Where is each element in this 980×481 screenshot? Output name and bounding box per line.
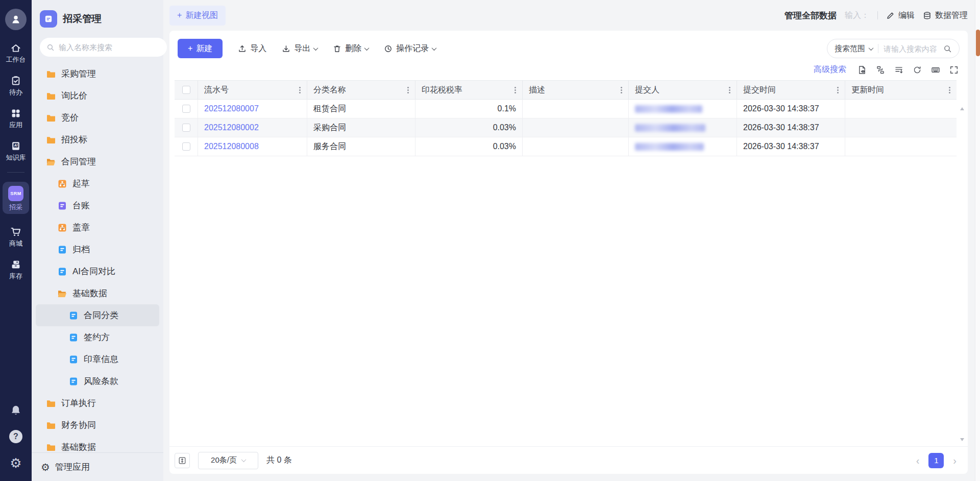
tree-item-seal-info[interactable]: 印章信息 xyxy=(36,348,159,370)
table-search-input[interactable] xyxy=(884,44,938,53)
operation-log-button[interactable]: 操作记录 xyxy=(384,43,436,54)
new-view-button[interactable]: + 新建视图 xyxy=(169,6,226,26)
sidebar-search-input-wrap xyxy=(40,38,167,57)
bell-icon[interactable] xyxy=(10,404,22,417)
rail-item-mall[interactable]: 商城 xyxy=(9,226,22,247)
sidebar-search-input[interactable] xyxy=(59,43,160,52)
window-scrollbar[interactable] xyxy=(975,0,980,481)
folder-icon xyxy=(46,69,56,79)
edit-button[interactable]: 编辑 xyxy=(886,10,915,21)
tree-item-ai-compare[interactable]: AI合同对比 xyxy=(36,260,159,282)
column-menu-icon[interactable] xyxy=(837,89,839,91)
delete-button[interactable]: 删除 xyxy=(333,43,369,54)
rail-item-inventory[interactable]: 库存 xyxy=(9,259,22,279)
tree-item-ledger[interactable]: 台账 xyxy=(36,195,159,217)
keyboard-icon[interactable] xyxy=(931,65,940,75)
table-row[interactable]: 202512080002 采购合同 0.03% 2026-03-30 14:38… xyxy=(175,118,957,137)
rail-item-knowledge[interactable]: AI 知识库 xyxy=(6,140,26,161)
serial-link[interactable]: 202512080002 xyxy=(204,123,259,132)
import-button[interactable]: 导入 xyxy=(238,43,266,54)
fullscreen-icon[interactable] xyxy=(949,65,959,75)
tree-item-bidding[interactable]: 竞价 xyxy=(36,107,159,129)
column-menu-icon[interactable] xyxy=(407,89,409,91)
delete-label: 删除 xyxy=(345,43,361,54)
row-checkbox[interactable] xyxy=(182,142,190,151)
toolbar: + 新建 导入 导出 xyxy=(169,31,968,62)
divider xyxy=(878,44,878,53)
srm-app-icon: SRM xyxy=(8,186,23,201)
tree-item-signatory[interactable]: 签约方 xyxy=(36,326,159,348)
refresh-icon[interactable] xyxy=(913,65,922,75)
row-height-icon[interactable] xyxy=(894,65,903,75)
tree-item-tender[interactable]: 招投标 xyxy=(36,129,159,151)
tree-item-contract-category-selected[interactable]: 合同分类 xyxy=(36,304,159,326)
export-button[interactable]: 导出 xyxy=(282,43,317,54)
tree-item-basic-data-sub[interactable]: 基础数据 xyxy=(36,282,159,304)
search-scope-dropdown[interactable]: 搜索范围 xyxy=(835,44,873,54)
next-page-icon[interactable]: › xyxy=(951,455,959,466)
tree-item-rfq[interactable]: 询比价 xyxy=(36,85,159,107)
clock-icon xyxy=(384,44,393,53)
doc-preview-icon[interactable] xyxy=(857,65,867,75)
row-checkbox[interactable] xyxy=(182,124,190,132)
submit-time-cell: 2026-03-30 14:38:37 xyxy=(743,104,819,113)
user-avatar[interactable] xyxy=(5,9,27,30)
app-rail: 工作台 待办 应用 AI 知识库 SRM 招采 商城 库存 xyxy=(0,0,32,481)
tree-item-label: 财务协同 xyxy=(61,419,96,431)
table-row[interactable]: 202512080008 服务合同 0.03% 2026-03-30 14:38… xyxy=(175,137,957,156)
table-scrollbar[interactable] xyxy=(960,107,965,441)
advanced-search-link[interactable]: 高级搜索 xyxy=(814,64,846,75)
table-row[interactable]: 202512080007 租赁合同 0.1% 2026-03-30 14:38:… xyxy=(175,100,957,118)
rail-item-apps[interactable]: 应用 xyxy=(9,108,22,128)
serial-link[interactable]: 202512080007 xyxy=(204,104,259,113)
manage-apps-button[interactable]: ⚙ 管理应用 xyxy=(32,452,163,481)
help-icon[interactable]: ? xyxy=(9,430,22,443)
scroll-up-arrow-icon[interactable] xyxy=(960,107,964,110)
tree-item-archive[interactable]: 归档 xyxy=(36,238,159,260)
operation-log-label: 操作记录 xyxy=(396,43,429,54)
column-menu-icon[interactable] xyxy=(621,89,622,91)
row-checkbox[interactable] xyxy=(182,105,190,113)
rail-bottom-icons: ? ⚙ xyxy=(9,404,22,470)
import-label: 导入 xyxy=(250,43,266,54)
current-page-button[interactable]: 1 xyxy=(928,453,944,468)
serial-link[interactable]: 202512080008 xyxy=(204,142,259,151)
tree-item-contract-mgmt[interactable]: 合同管理 xyxy=(36,151,159,173)
page-size-select[interactable]: 20条/页 xyxy=(198,452,258,469)
tree-item-finance[interactable]: 财务协同 xyxy=(36,414,159,436)
tree-item-seal[interactable]: 盖章 xyxy=(36,217,159,238)
rail-item-workbench[interactable]: 工作台 xyxy=(6,42,26,63)
column-menu-icon[interactable] xyxy=(729,89,730,91)
tree-item-draft[interactable]: 起草 xyxy=(36,173,159,195)
prev-page-icon[interactable]: ‹ xyxy=(914,455,922,466)
search-icon[interactable] xyxy=(943,44,952,53)
tree-item-order-exec[interactable]: 订单执行 xyxy=(36,392,159,414)
apps-grid-icon xyxy=(10,108,21,119)
create-button[interactable]: + 新建 xyxy=(178,39,223,58)
category-cell: 租赁合同 xyxy=(313,104,346,114)
rail-item-todo[interactable]: 待办 xyxy=(9,75,22,95)
plus-icon: + xyxy=(188,44,192,53)
rail-item-srm-active[interactable]: SRM 招采 xyxy=(3,182,29,214)
field-config-icon[interactable] xyxy=(876,65,885,75)
tree-item-basic-data[interactable]: 基础数据 xyxy=(36,436,159,452)
tree-item-label: 订单执行 xyxy=(61,397,96,409)
settings-gear-icon[interactable]: ⚙ xyxy=(10,456,21,470)
scrollbar-thumb[interactable] xyxy=(976,30,980,56)
table-tools: 高级搜索 xyxy=(169,62,968,80)
rail-item-label: 工作台 xyxy=(6,56,26,63)
column-menu-icon[interactable] xyxy=(299,89,301,91)
rail-item-label: 应用 xyxy=(9,122,22,128)
column-menu-icon[interactable] xyxy=(949,89,950,91)
data-manage-button[interactable]: 数据管理 xyxy=(923,10,968,21)
cart-icon xyxy=(10,226,21,237)
rail-divider xyxy=(7,172,24,173)
tree-item-label: 采购管理 xyxy=(61,68,96,80)
tree-item-label: AI合同对比 xyxy=(72,266,115,277)
tree-item-procurement[interactable]: 采购管理 xyxy=(36,63,159,85)
tree-item-risk-terms[interactable]: 风险条款 xyxy=(36,370,159,392)
row-density-button[interactable] xyxy=(175,453,190,468)
column-menu-icon[interactable] xyxy=(514,89,516,91)
select-all-checkbox[interactable] xyxy=(182,86,190,94)
scroll-down-arrow-icon[interactable] xyxy=(960,438,964,441)
